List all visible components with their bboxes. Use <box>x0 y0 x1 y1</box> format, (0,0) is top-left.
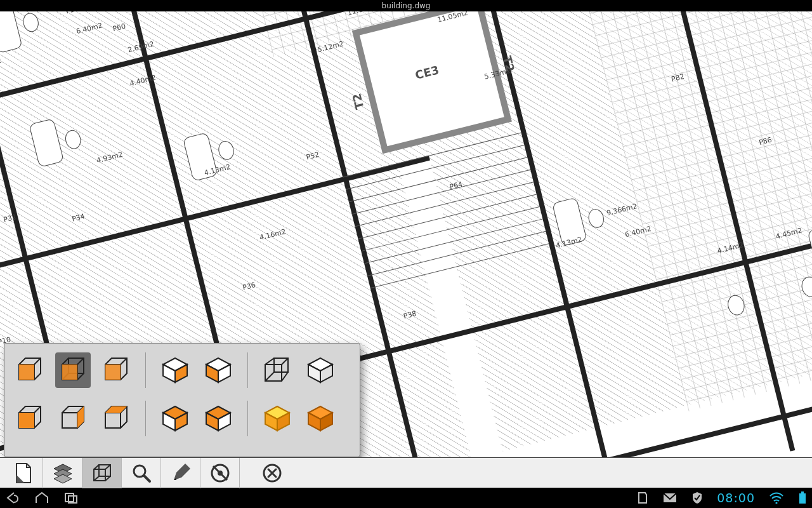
recent-apps-icon[interactable] <box>63 491 79 505</box>
cube-orange-icon <box>306 404 335 433</box>
svg-line-7 <box>77 358 84 364</box>
layers-button[interactable] <box>43 458 82 488</box>
back-icon[interactable] <box>5 491 20 505</box>
palette-row-2 <box>12 401 352 436</box>
cube-hidden-icon <box>102 356 131 385</box>
svg-line-60 <box>105 476 110 481</box>
cube-wireframe-icon <box>58 356 88 385</box>
file-button[interactable] <box>4 458 43 488</box>
svg-rect-10 <box>62 364 77 380</box>
svg-line-58 <box>105 465 110 469</box>
sdcard-icon[interactable] <box>637 491 648 505</box>
front-view-button[interactable] <box>12 401 48 436</box>
svg-line-24 <box>265 372 274 381</box>
svg-marker-63 <box>174 464 190 480</box>
close-button[interactable] <box>252 458 292 488</box>
top-view-button[interactable] <box>98 401 134 436</box>
close-circle-icon <box>261 462 283 484</box>
svg-point-67 <box>218 471 223 476</box>
iso-ne-button[interactable] <box>157 352 193 388</box>
shield-icon[interactable] <box>691 491 703 505</box>
page-icon <box>13 462 34 484</box>
svg-line-23 <box>282 358 288 364</box>
svg-line-1 <box>34 358 41 364</box>
svg-rect-76 <box>801 491 804 493</box>
shade-yellow-button[interactable] <box>259 401 295 436</box>
face-right-icon <box>58 404 88 433</box>
cube-wire-icon <box>91 462 113 484</box>
android-navbar: 08:00 <box>0 488 812 508</box>
orbit-button[interactable] <box>200 458 240 488</box>
palette-separator <box>247 352 248 388</box>
svg-rect-71 <box>65 493 74 502</box>
window-title: building.dwg <box>382 1 431 10</box>
svg-line-25 <box>282 372 288 381</box>
pencil-icon <box>170 462 192 484</box>
shade-orange-button[interactable] <box>303 401 338 436</box>
iso-nw-button[interactable] <box>200 352 236 388</box>
iso-sw-icon <box>160 404 190 433</box>
wifi-icon[interactable] <box>769 491 784 505</box>
face-front-icon <box>15 404 44 433</box>
view-wireframe-button[interactable] <box>55 352 91 388</box>
cube-white-icon <box>306 356 335 385</box>
iso-ne-icon <box>160 356 190 385</box>
svg-rect-35 <box>105 413 121 428</box>
draw-button[interactable] <box>161 458 200 488</box>
shade-white-button[interactable] <box>303 352 338 388</box>
view-2d-button[interactable] <box>12 352 48 388</box>
view-mode-palette <box>4 343 360 457</box>
battery-icon[interactable] <box>798 491 807 505</box>
main-toolbar <box>0 457 812 488</box>
search-icon <box>131 462 152 484</box>
view-mode-button[interactable] <box>82 458 122 488</box>
svg-marker-54 <box>54 474 72 483</box>
drawing-viewport[interactable]: CE3 T2 T2 4.09m2 4.13m2 6.40m2 2.69m2 4.… <box>0 11 812 457</box>
svg-line-62 <box>144 476 150 481</box>
status-clock: 08:00 <box>717 491 755 505</box>
face-top-icon <box>102 404 131 433</box>
svg-line-30 <box>34 406 41 413</box>
svg-rect-3 <box>19 364 34 380</box>
svg-line-57 <box>94 465 99 469</box>
svg-line-9 <box>77 373 84 380</box>
svg-rect-32 <box>62 413 77 428</box>
svg-marker-37 <box>105 406 127 413</box>
palette-row-1 <box>12 352 352 388</box>
palette-separator <box>247 401 248 436</box>
window-titlebar: building.dwg <box>0 0 812 11</box>
iso-sw-button[interactable] <box>157 401 193 436</box>
svg-line-59 <box>94 476 99 481</box>
svg-line-22 <box>265 358 274 364</box>
iso-se-button[interactable] <box>200 401 236 436</box>
view-hidden-button[interactable] <box>98 352 134 388</box>
cube-2d-icon <box>15 356 44 385</box>
orbit-icon <box>209 462 231 484</box>
right-view-button[interactable] <box>55 401 91 436</box>
persp-wire-button[interactable] <box>259 352 295 388</box>
svg-line-12 <box>121 358 127 364</box>
iso-nw-icon <box>204 356 233 385</box>
svg-rect-31 <box>19 413 34 428</box>
mail-icon[interactable] <box>662 491 678 505</box>
palette-separator <box>145 401 146 436</box>
cube-persp-icon <box>263 356 292 385</box>
cube-yellow-icon <box>263 404 292 433</box>
palette-separator <box>145 352 146 388</box>
iso-se-icon <box>204 404 233 433</box>
svg-rect-75 <box>799 493 806 504</box>
svg-marker-34 <box>77 406 84 428</box>
layers-icon <box>52 462 74 484</box>
svg-point-74 <box>775 502 777 504</box>
svg-rect-13 <box>105 364 121 380</box>
svg-line-6 <box>62 358 69 364</box>
zoom-button[interactable] <box>122 458 161 488</box>
home-icon[interactable] <box>34 491 49 505</box>
